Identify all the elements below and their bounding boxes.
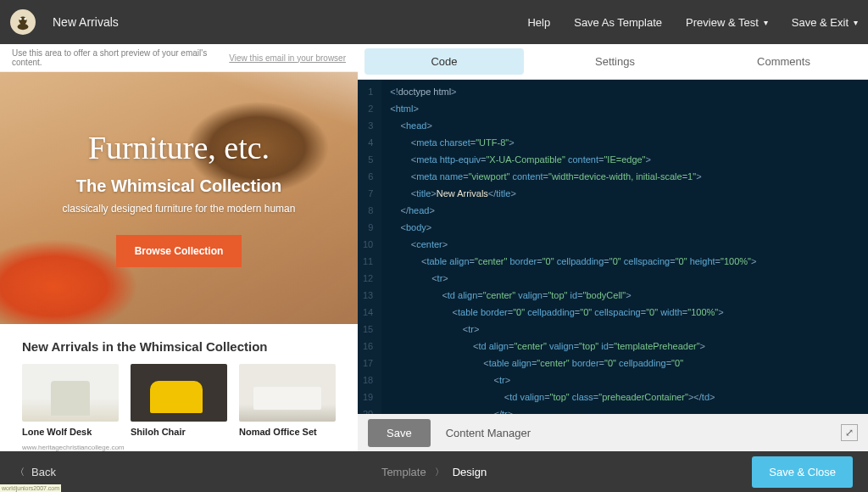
- chevron-down-icon: ▾: [854, 18, 858, 27]
- breadcrumb: Template 〉 Design: [381, 466, 487, 478]
- tab-code[interactable]: Code: [364, 48, 524, 75]
- tab-comments[interactable]: Comments: [699, 44, 868, 79]
- svg-point-1: [18, 24, 29, 30]
- expand-icon[interactable]: ⤢: [841, 424, 858, 441]
- brand-logo-icon[interactable]: [10, 9, 36, 35]
- email-preview-pane: Use this area to offer a short preview o…: [0, 44, 358, 451]
- new-arrivals-section: New Arrivals in the Whimsical Collection…: [0, 324, 358, 445]
- editor-tabs: Code Settings Comments: [358, 44, 868, 80]
- code-editor[interactable]: 123456789101112131415161718192021 <!doct…: [358, 80, 868, 414]
- crumb-design: Design: [453, 466, 487, 478]
- preheader-row: Use this area to offer a short preview o…: [0, 44, 358, 72]
- save-button[interactable]: Save: [368, 419, 431, 447]
- bottom-bar: 〈 Back Template 〉 Design Save & Close: [0, 451, 868, 492]
- main-area: Use this area to offer a short preview o…: [0, 44, 868, 451]
- preheader-text: Use this area to offer a short preview o…: [12, 48, 229, 67]
- chevron-right-icon: 〉: [435, 466, 444, 478]
- save-as-template-link[interactable]: Save As Template: [574, 16, 662, 29]
- svg-point-0: [19, 17, 26, 25]
- product-image: [239, 364, 336, 422]
- product-image: [131, 364, 227, 422]
- save-exit-menu[interactable]: Save & Exit▾: [792, 16, 858, 29]
- watermark-text: www.heritagechristiancollege.com: [0, 444, 358, 451]
- help-link[interactable]: Help: [527, 16, 550, 29]
- product-name: Nomad Office Set: [239, 427, 336, 437]
- product-name: Shiloh Chair: [131, 427, 227, 437]
- crumb-template[interactable]: Template: [381, 466, 426, 478]
- product-name: Lone Wolf Desk: [22, 427, 119, 437]
- svg-point-3: [24, 18, 26, 20]
- product-card[interactable]: Nomad Office Set: [239, 364, 336, 437]
- campaign-title: New Arrivals: [53, 15, 119, 29]
- content-manager-link[interactable]: Content Manager: [446, 427, 531, 439]
- chevron-left-icon: 〈: [15, 466, 25, 478]
- top-bar: New Arrivals Help Save As Template Previ…: [0, 0, 868, 44]
- view-in-browser-link[interactable]: View this email in your browser: [229, 53, 346, 63]
- tab-settings[interactable]: Settings: [531, 44, 699, 79]
- save-and-close-button[interactable]: Save & Close: [752, 456, 853, 488]
- back-button[interactable]: 〈 Back: [15, 466, 56, 478]
- svg-point-2: [19, 18, 22, 20]
- line-number-gutter: 123456789101112131415161718192021: [358, 80, 381, 414]
- hero-tagline: classically designed furniture for the m…: [63, 203, 296, 215]
- arrivals-heading: New Arrivals in the Whimsical Collection: [22, 339, 336, 354]
- product-image: [22, 364, 119, 422]
- hero-subheading: The Whimsical Collection: [76, 176, 281, 196]
- hero-heading: Furniture, etc.: [88, 129, 270, 166]
- editor-footer: Save Content Manager ⤢: [358, 414, 868, 451]
- watermark-text: worldjuniors2007.com: [0, 484, 61, 492]
- hero-section[interactable]: Furniture, etc. The Whimsical Collection…: [0, 72, 358, 324]
- preview-test-menu[interactable]: Preview & Test▾: [686, 16, 768, 29]
- chevron-down-icon: ▾: [764, 18, 768, 27]
- product-card[interactable]: Lone Wolf Desk: [22, 364, 119, 437]
- browse-collection-button[interactable]: Browse Collection: [116, 235, 242, 267]
- editor-pane: Code Settings Comments 12345678910111213…: [358, 44, 868, 451]
- product-card[interactable]: Shiloh Chair: [131, 364, 227, 437]
- product-row: Lone Wolf Desk Shiloh Chair Nomad Office…: [22, 364, 336, 437]
- code-content[interactable]: <!doctype html><html> <head> <meta chars…: [381, 80, 765, 414]
- back-label: Back: [31, 466, 56, 478]
